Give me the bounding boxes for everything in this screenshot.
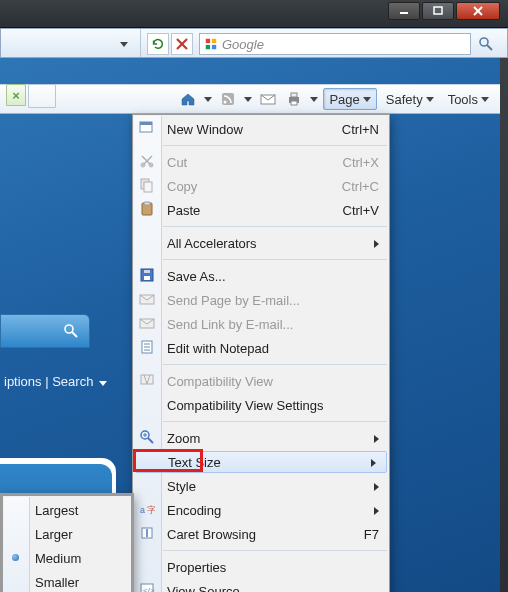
- svg-point-7: [480, 38, 488, 46]
- menu-send-link: Send Link by E-mail...: [133, 312, 389, 336]
- svg-line-36: [148, 438, 153, 443]
- encoding-icon: a字: [139, 501, 155, 517]
- selected-dot-icon: [12, 554, 19, 561]
- safety-menu-label: Safety: [386, 92, 423, 107]
- svg-rect-24: [144, 202, 150, 205]
- svg-text:a: a: [140, 505, 145, 515]
- mail-icon: [139, 291, 155, 307]
- svg-rect-26: [144, 276, 150, 280]
- chevron-right-icon: [374, 483, 379, 491]
- mail-link-icon: [139, 315, 155, 331]
- tab-close-button[interactable]: ×: [6, 84, 26, 106]
- svg-rect-27: [144, 270, 150, 273]
- svg-point-10: [224, 101, 227, 104]
- minimize-button[interactable]: [388, 2, 420, 20]
- source-icon: </>: [139, 582, 155, 592]
- window-titlebar: [0, 0, 508, 28]
- address-dropdown-icon[interactable]: [120, 35, 136, 51]
- text-size-smaller[interactable]: Smaller: [3, 570, 131, 592]
- search-placeholder: Google: [222, 37, 264, 52]
- address-bar-fragment[interactable]: [1, 29, 141, 57]
- new-tab-button[interactable]: [28, 84, 56, 108]
- page-menu-label: Page: [329, 92, 359, 107]
- google-icon: [204, 37, 218, 51]
- menu-send-page: Send Page by E-mail...: [133, 288, 389, 312]
- text-size-largest[interactable]: Largest: [3, 498, 131, 522]
- menu-properties[interactable]: Properties: [133, 555, 389, 579]
- feeds-button[interactable]: [217, 88, 239, 110]
- menu-style[interactable]: Style: [133, 474, 389, 498]
- svg-rect-14: [291, 101, 297, 105]
- svg-rect-13: [291, 93, 297, 97]
- search-icon: [63, 323, 79, 339]
- menu-edit-notepad[interactable]: Edit with Notepad: [133, 336, 389, 360]
- notepad-icon: [139, 339, 155, 355]
- chevron-right-icon: [374, 240, 379, 248]
- text-size-medium[interactable]: Medium: [3, 546, 131, 570]
- stop-button[interactable]: [171, 33, 193, 55]
- menu-cut: Cut Ctrl+X: [133, 150, 389, 174]
- chevron-right-icon: [371, 459, 376, 467]
- chevron-down-icon: [363, 97, 371, 102]
- menu-paste[interactable]: Paste Ctrl+V: [133, 198, 389, 222]
- window-right-border: [500, 58, 508, 592]
- menu-caret-browsing[interactable]: Caret Browsing F7: [133, 522, 389, 546]
- svg-point-15: [65, 325, 73, 333]
- save-icon: [139, 267, 155, 283]
- svg-rect-22: [144, 182, 152, 192]
- page-search-panel-fragment: [0, 314, 90, 348]
- svg-text:</>: </>: [143, 586, 155, 592]
- text-size-submenu: Largest Larger Medium Smaller Smallest: [0, 493, 134, 592]
- menu-compatibility-settings[interactable]: Compatibility View Settings: [133, 393, 389, 417]
- search-box[interactable]: Google: [199, 33, 471, 55]
- home-button[interactable]: [177, 88, 199, 110]
- print-button[interactable]: [283, 88, 305, 110]
- svg-rect-9: [222, 93, 234, 105]
- safety-menu-button[interactable]: Safety: [381, 88, 439, 110]
- browser-content-area: × Page Safety: [0, 58, 500, 592]
- copy-icon: [139, 177, 155, 193]
- chevron-right-icon: [374, 435, 379, 443]
- menu-save-as[interactable]: Save As...: [133, 264, 389, 288]
- refresh-button[interactable]: [147, 33, 169, 55]
- chevron-down-icon: [426, 97, 434, 102]
- chevron-down-icon: [99, 381, 107, 386]
- tools-menu-label: Tools: [448, 92, 478, 107]
- menu-text-size[interactable]: Text Size: [135, 451, 387, 473]
- text-size-larger[interactable]: Larger: [3, 522, 131, 546]
- svg-text:字: 字: [147, 505, 155, 515]
- zoom-icon: [139, 429, 155, 445]
- paste-icon: [139, 201, 155, 217]
- command-bar: Page Safety Tools: [0, 84, 500, 114]
- page-nav-fragment: iptions | Search: [0, 374, 132, 394]
- menu-encoding[interactable]: a字 Encoding: [133, 498, 389, 522]
- svg-rect-18: [140, 122, 152, 125]
- menu-compatibility-view: Compatibility View: [133, 369, 389, 393]
- page-menu-dropdown: New Window Ctrl+N Cut Ctrl+X Copy Ctrl+C…: [132, 114, 390, 592]
- menu-copy: Copy Ctrl+C: [133, 174, 389, 198]
- tools-menu-button[interactable]: Tools: [443, 88, 494, 110]
- read-mail-button[interactable]: [257, 88, 279, 110]
- menu-zoom[interactable]: Zoom: [133, 426, 389, 450]
- svg-line-8: [487, 45, 492, 50]
- close-button[interactable]: [456, 2, 500, 20]
- menu-all-accelerators[interactable]: All Accelerators: [133, 231, 389, 255]
- search-go-button[interactable]: [475, 33, 497, 55]
- caret-icon: [139, 525, 155, 541]
- cut-icon: [139, 153, 155, 169]
- maximize-button[interactable]: [422, 2, 454, 20]
- compat-icon: [139, 372, 155, 388]
- new-window-icon: [139, 120, 155, 136]
- menu-view-source[interactable]: </> View Source: [133, 579, 389, 592]
- browser-navigation-bar: Google: [0, 28, 508, 58]
- chevron-down-icon: [481, 97, 489, 102]
- chevron-right-icon: [374, 507, 379, 515]
- menu-new-window[interactable]: New Window Ctrl+N: [133, 117, 389, 141]
- page-menu-button[interactable]: Page: [323, 88, 376, 110]
- svg-rect-1: [434, 7, 442, 14]
- svg-line-16: [72, 332, 77, 337]
